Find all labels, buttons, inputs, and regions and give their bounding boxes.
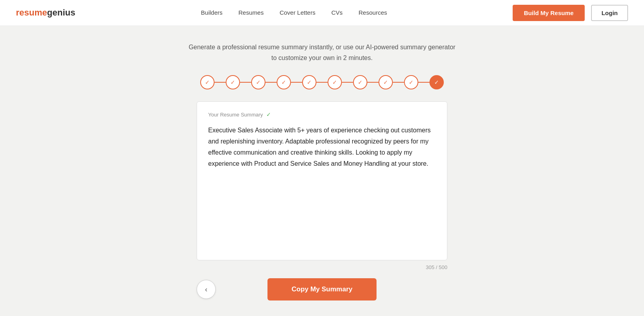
nav-resources[interactable]: Resources (359, 9, 387, 16)
step-10[interactable]: ✓ (429, 75, 444, 89)
nav-resumes[interactable]: Resumes (238, 9, 263, 16)
bottom-actions: ‹ Copy My Summary (197, 278, 447, 300)
login-button[interactable]: Login (591, 5, 628, 21)
logo-resume: resume (16, 8, 47, 17)
summary-card: Your Resume Summary ✓ Executive Sales As… (197, 101, 447, 260)
step-1[interactable]: ✓ (200, 75, 215, 89)
step-7[interactable]: ✓ (353, 75, 367, 89)
step-3[interactable]: ✓ (251, 75, 265, 89)
step-line-6 (342, 82, 353, 83)
step-line-4 (291, 82, 302, 83)
step-5[interactable]: ✓ (302, 75, 316, 89)
chevron-left-icon: ‹ (205, 285, 207, 294)
back-button[interactable]: ‹ (197, 280, 216, 299)
step-line-9 (418, 82, 429, 83)
step-2[interactable]: ✓ (226, 75, 240, 89)
progress-steps: ✓✓✓✓✓✓✓✓✓✓ (200, 75, 444, 89)
char-count: 305 / 500 (197, 264, 447, 270)
step-line-5 (316, 82, 328, 83)
nav-cover-letters[interactable]: Cover Letters (279, 9, 315, 16)
step-line-8 (393, 82, 404, 83)
step-8[interactable]: ✓ (379, 75, 393, 89)
step-6[interactable]: ✓ (328, 75, 342, 89)
navbar: resumegenius Builders Resumes Cover Lett… (0, 0, 644, 26)
summary-label: Your Resume Summary (208, 112, 263, 118)
nav-right: Build My Resume Login (513, 5, 628, 21)
check-icon: ✓ (266, 111, 271, 118)
logo-genius: genius (47, 8, 75, 17)
summary-label-row: Your Resume Summary ✓ (208, 111, 436, 118)
main-content: Generate a professional resume summary i… (0, 26, 644, 316)
step-line-7 (367, 82, 379, 83)
summary-text: Executive Sales Associate with 5+ years … (208, 125, 436, 169)
step-4[interactable]: ✓ (277, 75, 291, 89)
logo[interactable]: resumegenius (16, 8, 75, 18)
copy-summary-button[interactable]: Copy My Summary (267, 278, 376, 300)
nav-builders[interactable]: Builders (201, 9, 222, 16)
subtitle-text: Generate a professional resume summary i… (187, 42, 457, 63)
nav-cvs[interactable]: CVs (331, 9, 342, 16)
step-line-2 (240, 82, 251, 83)
step-9[interactable]: ✓ (404, 75, 418, 89)
step-line-1 (215, 82, 226, 83)
step-line-3 (265, 82, 277, 83)
nav-links: Builders Resumes Cover Letters CVs Resou… (201, 9, 387, 16)
build-my-resume-button[interactable]: Build My Resume (513, 5, 585, 21)
